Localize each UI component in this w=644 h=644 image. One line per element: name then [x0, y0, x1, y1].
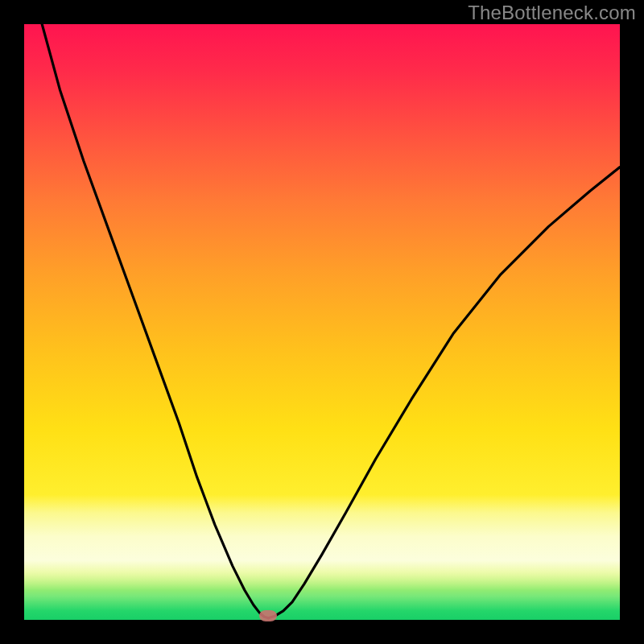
optimal-point-marker — [259, 610, 277, 621]
bottleneck-curve — [24, 24, 620, 620]
curve-path — [42, 24, 620, 618]
watermark-text: TheBottleneck.com — [468, 2, 636, 24]
chart-frame: TheBottleneck.com — [0, 0, 644, 644]
plot-area — [24, 24, 620, 620]
